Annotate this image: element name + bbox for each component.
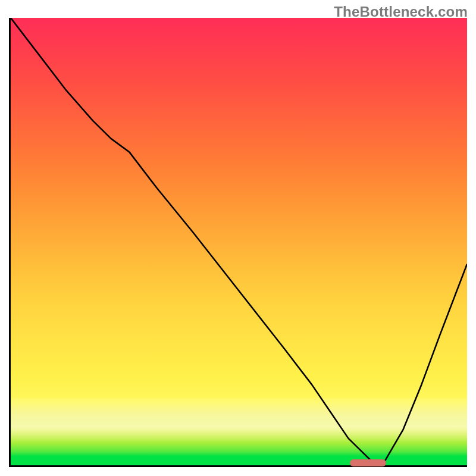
curve-path: [11, 18, 467, 461]
chart-canvas: TheBottleneck.com: [0, 0, 476, 476]
bottleneck-curve: [11, 18, 467, 465]
plot-area: [9, 18, 467, 467]
optimal-range-marker: [350, 459, 387, 466]
